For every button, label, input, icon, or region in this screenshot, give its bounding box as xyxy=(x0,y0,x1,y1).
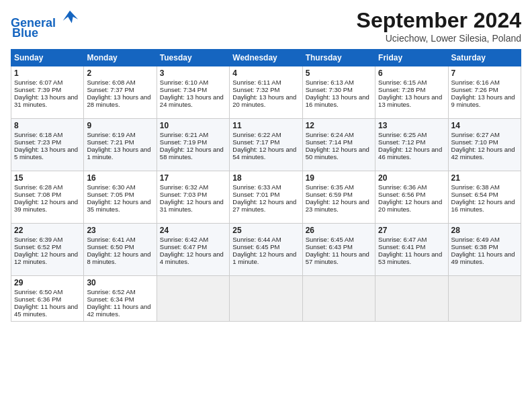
daylight-label: Daylight: 12 hours and 23 minutes. xyxy=(306,198,369,213)
table-row: 26Sunrise: 6:45 AMSunset: 6:43 PMDayligh… xyxy=(302,224,375,276)
table-row: 21Sunrise: 6:38 AMSunset: 6:54 PMDayligh… xyxy=(448,171,521,224)
day-number: 15 xyxy=(14,173,81,183)
sunset: Sunset: 7:32 PM xyxy=(232,86,279,93)
day-number: 17 xyxy=(160,173,226,183)
sunrise: Sunrise: 6:08 AM xyxy=(87,79,135,86)
sunrise: Sunrise: 6:10 AM xyxy=(160,79,208,86)
day-number: 7 xyxy=(451,68,518,78)
sunrise: Sunrise: 6:36 AM xyxy=(378,183,427,191)
daylight-label: Daylight: 13 hours and 1 minute. xyxy=(87,146,150,161)
location: Uciechow, Lower Silesia, Poland xyxy=(357,33,521,44)
day-number: 24 xyxy=(160,226,226,235)
table-row: 11Sunrise: 6:22 AMSunset: 7:17 PMDayligh… xyxy=(230,119,302,171)
table-row: 14Sunrise: 6:27 AMSunset: 7:10 PMDayligh… xyxy=(448,119,521,171)
sunrise: Sunrise: 6:24 AM xyxy=(306,131,354,138)
sunset: Sunset: 7:08 PM xyxy=(14,191,61,198)
table-row: 6Sunrise: 6:15 AMSunset: 7:28 PMDaylight… xyxy=(375,66,448,119)
col-saturday: Saturday xyxy=(448,50,521,66)
daylight-label: Daylight: 11 hours and 53 minutes. xyxy=(378,250,442,265)
sunrise: Sunrise: 6:21 AM xyxy=(160,131,208,138)
title-block: September 2024 Uciechow, Lower Silesia, … xyxy=(357,8,521,44)
sunset: Sunset: 6:36 PM xyxy=(14,295,61,303)
daylight-label: Daylight: 12 hours and 39 minutes. xyxy=(14,198,78,213)
sunset: Sunset: 6:38 PM xyxy=(451,243,498,250)
day-number: 19 xyxy=(306,173,372,183)
daylight-label: Daylight: 12 hours and 27 minutes. xyxy=(232,198,296,213)
table-row: 29Sunrise: 6:50 AMSunset: 6:36 PMDayligh… xyxy=(11,276,84,322)
table-row: 1Sunrise: 6:07 AMSunset: 7:39 PMDaylight… xyxy=(11,66,84,119)
sunset: Sunset: 6:34 PM xyxy=(87,295,134,303)
day-number: 12 xyxy=(306,121,372,130)
table-row xyxy=(157,276,229,322)
day-number: 16 xyxy=(87,173,153,183)
sunrise: Sunrise: 6:38 AM xyxy=(451,183,500,191)
sunrise: Sunrise: 6:15 AM xyxy=(378,79,427,86)
sunrise: Sunrise: 6:47 AM xyxy=(378,236,427,243)
sunrise: Sunrise: 6:45 AM xyxy=(306,236,354,243)
daylight-label: Daylight: 12 hours and 54 minutes. xyxy=(232,146,296,161)
day-number: 4 xyxy=(232,68,299,78)
day-number: 13 xyxy=(378,121,445,130)
sunset: Sunset: 6:43 PM xyxy=(306,243,353,250)
sunrise: Sunrise: 6:28 AM xyxy=(14,183,62,191)
table-row: 13Sunrise: 6:25 AMSunset: 7:12 PMDayligh… xyxy=(375,119,448,171)
sunrise: Sunrise: 6:22 AM xyxy=(232,131,281,138)
daylight-label: Daylight: 13 hours and 28 minutes. xyxy=(87,93,150,108)
day-number: 20 xyxy=(378,173,445,183)
daylight-label: Daylight: 13 hours and 24 minutes. xyxy=(160,93,224,108)
month-title: September 2024 xyxy=(357,8,521,33)
table-row: 10Sunrise: 6:21 AMSunset: 7:19 PMDayligh… xyxy=(157,119,229,171)
sunset: Sunset: 7:26 PM xyxy=(451,86,498,93)
day-number: 3 xyxy=(160,68,226,78)
sunset: Sunset: 7:10 PM xyxy=(451,138,498,146)
day-number: 21 xyxy=(451,173,518,183)
daylight-label: Daylight: 13 hours and 16 minutes. xyxy=(306,93,369,108)
table-row: 7Sunrise: 6:16 AMSunset: 7:26 PMDaylight… xyxy=(448,66,521,119)
col-sunday: Sunday xyxy=(11,50,84,66)
daylight-label: Daylight: 12 hours and 58 minutes. xyxy=(160,146,224,161)
col-tuesday: Tuesday xyxy=(157,50,229,66)
table-row xyxy=(230,276,302,322)
sunrise: Sunrise: 6:52 AM xyxy=(87,288,135,295)
col-friday: Friday xyxy=(375,50,448,66)
table-row: 24Sunrise: 6:42 AMSunset: 6:47 PMDayligh… xyxy=(157,224,229,276)
daylight-label: Daylight: 12 hours and 12 minutes. xyxy=(14,250,78,265)
svg-marker-0 xyxy=(63,11,78,24)
sunset: Sunset: 7:12 PM xyxy=(378,138,425,146)
daylight-label: Daylight: 13 hours and 13 minutes. xyxy=(378,93,442,108)
sunset: Sunset: 7:39 PM xyxy=(14,86,61,93)
day-number: 14 xyxy=(451,121,518,130)
sunrise: Sunrise: 6:16 AM xyxy=(451,79,500,86)
table-row: 12Sunrise: 6:24 AMSunset: 7:14 PMDayligh… xyxy=(302,119,375,171)
table-row: 4Sunrise: 6:11 AMSunset: 7:32 PMDaylight… xyxy=(230,66,302,119)
table-row: 19Sunrise: 6:35 AMSunset: 6:59 PMDayligh… xyxy=(302,171,375,224)
daylight-label: Daylight: 12 hours and 20 minutes. xyxy=(378,198,442,213)
daylight-label: Daylight: 12 hours and 50 minutes. xyxy=(306,146,369,161)
sunrise: Sunrise: 6:13 AM xyxy=(306,79,354,86)
sunset: Sunset: 7:23 PM xyxy=(14,138,61,146)
table-row: 20Sunrise: 6:36 AMSunset: 6:56 PMDayligh… xyxy=(375,171,448,224)
sunset: Sunset: 6:50 PM xyxy=(87,243,134,250)
sunset: Sunset: 6:47 PM xyxy=(160,243,207,250)
sunrise: Sunrise: 6:44 AM xyxy=(232,236,281,243)
sunset: Sunset: 7:01 PM xyxy=(232,191,279,198)
day-number: 1 xyxy=(14,68,81,78)
sunset: Sunset: 7:14 PM xyxy=(306,138,353,146)
daylight-label: Daylight: 12 hours and 35 minutes. xyxy=(87,198,150,213)
day-number: 8 xyxy=(14,121,81,130)
daylight-label: Daylight: 11 hours and 45 minutes. xyxy=(14,303,78,318)
calendar-table: Sunday Monday Tuesday Wednesday Thursday… xyxy=(11,49,521,322)
day-number: 2 xyxy=(87,68,153,78)
table-row: 28Sunrise: 6:49 AMSunset: 6:38 PMDayligh… xyxy=(448,224,521,276)
daylight-label: Daylight: 11 hours and 49 minutes. xyxy=(451,250,515,265)
day-number: 26 xyxy=(306,226,372,235)
sunrise: Sunrise: 6:30 AM xyxy=(87,183,135,191)
day-number: 22 xyxy=(14,226,81,235)
sunrise: Sunrise: 6:18 AM xyxy=(14,131,62,138)
logo-bird-icon xyxy=(60,8,79,27)
sunrise: Sunrise: 6:41 AM xyxy=(87,236,135,243)
table-row: 2Sunrise: 6:08 AMSunset: 7:37 PMDaylight… xyxy=(84,66,157,119)
daylight-label: Daylight: 12 hours and 8 minutes. xyxy=(87,250,150,265)
sunset: Sunset: 7:28 PM xyxy=(378,86,425,93)
table-row: 23Sunrise: 6:41 AMSunset: 6:50 PMDayligh… xyxy=(84,224,157,276)
